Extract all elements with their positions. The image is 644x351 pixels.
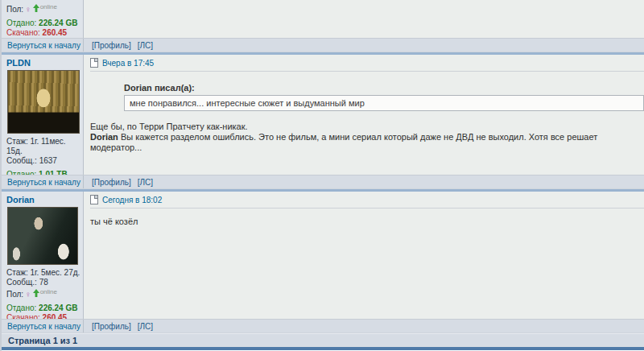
profile-link[interactable]: [Профиль] bbox=[92, 178, 131, 187]
gender-line: Пол:♀online bbox=[6, 2, 80, 14]
gender-label: Пол: bbox=[6, 5, 23, 14]
stazh-line: Стаж: 1г. 11мес. 15д. bbox=[6, 137, 80, 156]
posts-line: Сообщ.: 1637 bbox=[6, 156, 80, 166]
pm-link[interactable]: [ЛС] bbox=[138, 41, 153, 50]
uploaded-stat: Отдано: 226.24 GB bbox=[6, 304, 80, 313]
profile-row-3: Вернуться к началу [Профиль] [ЛС] bbox=[2, 319, 644, 333]
profile-link[interactable]: [Профиль] bbox=[92, 322, 131, 331]
user-cell-partial: Пол:♀online Отдано: 226.24 GB Скачано: 2… bbox=[2, 0, 83, 38]
post-row-partial: Пол:♀online Отдано: 226.24 GB Скачано: 2… bbox=[2, 0, 644, 38]
post-time-link[interactable]: Сегодня в 18:02 bbox=[102, 196, 162, 204]
gender-icon: ♀ bbox=[25, 290, 31, 299]
quote-block: Dorian писал(а): мне понравился... интер… bbox=[124, 83, 644, 111]
post-cell-dorian: Сегодня в 18:02 ты чё козёл bbox=[83, 192, 644, 319]
profile-row-1: Вернуться к началу [Профиль] [ЛС] bbox=[2, 38, 644, 52]
profile-row-2: Вернуться к началу [Профиль] [ЛС] bbox=[2, 175, 644, 189]
downloaded-stat: Скачано: 260.45 GB bbox=[6, 313, 80, 319]
pm-link[interactable]: [ЛС] bbox=[138, 322, 153, 331]
stazh-line: Стаж: 1г. 5мес. 27д. bbox=[6, 268, 80, 278]
post-body-line: Еще бы, по Терри Пратчету как-никак. bbox=[90, 122, 644, 132]
avatar bbox=[7, 70, 80, 134]
back-to-top-link[interactable]: Вернуться к началу bbox=[7, 322, 80, 331]
gender-line: Пол:♀online bbox=[6, 287, 80, 299]
pagination-row: Страница 1 из 1 bbox=[2, 333, 644, 347]
post-icon[interactable] bbox=[90, 195, 98, 204]
table-bottom-bar bbox=[2, 347, 644, 350]
user-cell-dorian: Dorian Стаж: 1г. 5мес. 27д. Сообщ.: 78 П… bbox=[2, 192, 83, 319]
back-to-top-link[interactable]: Вернуться к началу bbox=[7, 178, 80, 187]
quote-body: мне понравился... интересные сюжет и выд… bbox=[124, 95, 644, 111]
post-row-dorian: Dorian Стаж: 1г. 5мес. 27д. Сообщ.: 78 П… bbox=[2, 192, 644, 319]
back-to-top-link[interactable]: Вернуться к началу bbox=[7, 41, 80, 50]
online-label: online bbox=[40, 2, 57, 12]
online-icon bbox=[33, 4, 39, 12]
pagination-label: Страница 1 из 1 bbox=[8, 336, 77, 345]
gender-icon: ♀ bbox=[25, 5, 31, 14]
forum-thread-page: Пол:♀online Отдано: 226.24 GB Скачано: 2… bbox=[0, 0, 644, 351]
post-body: Еще бы, по Терри Пратчету как-никак. Dor… bbox=[90, 122, 644, 153]
quote-header: Dorian писал(а): bbox=[124, 83, 644, 93]
post-cell-partial bbox=[83, 0, 644, 38]
uploaded-stat: Отдано: 1.01 TB bbox=[6, 170, 80, 175]
post-body: ты чё козёл bbox=[90, 217, 644, 227]
profile-link[interactable]: [Профиль] bbox=[92, 41, 131, 50]
username-link[interactable]: PLDN bbox=[6, 58, 80, 68]
username-link[interactable]: Dorian bbox=[6, 195, 80, 204]
post-header: Вчера в 17:45 bbox=[90, 55, 644, 72]
gender-label: Пол: bbox=[6, 290, 23, 299]
post-row-pldn: PLDN Стаж: 1г. 11мес. 15д. Сообщ.: 1637 … bbox=[2, 55, 644, 175]
online-icon bbox=[33, 289, 39, 297]
post-body-line: Dorian Вы кажется разделом ошиблись. Это… bbox=[90, 132, 644, 153]
post-cell-pldn: Вчера в 17:45 Dorian писал(а): мне понра… bbox=[83, 55, 644, 175]
post-header: Сегодня в 18:02 bbox=[90, 192, 644, 209]
online-label: online bbox=[40, 287, 57, 297]
uploaded-stat: Отдано: 226.24 GB bbox=[6, 19, 80, 28]
pm-link[interactable]: [ЛС] bbox=[138, 178, 153, 187]
mention-username: Dorian bbox=[90, 132, 118, 142]
avatar bbox=[7, 207, 78, 265]
user-cell-pldn: PLDN Стаж: 1г. 11мес. 15д. Сообщ.: 1637 … bbox=[2, 55, 83, 175]
post-icon[interactable] bbox=[90, 58, 98, 68]
posts-line: Сообщ.: 78 bbox=[6, 278, 80, 287]
downloaded-stat: Скачано: 260.45 GB bbox=[6, 28, 80, 38]
post-time-link[interactable]: Вчера в 17:45 bbox=[102, 59, 154, 68]
